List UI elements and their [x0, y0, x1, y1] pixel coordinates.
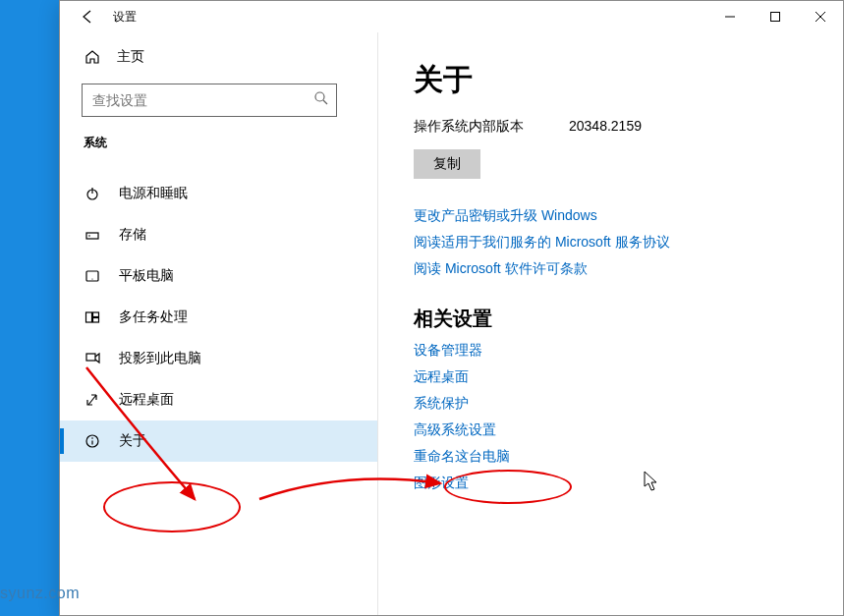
build-value: 20348.2159 — [569, 118, 642, 136]
settings-window: 设置 主页 — [59, 0, 844, 616]
related-link[interactable]: 系统保护 — [414, 395, 808, 413]
sidebar-item-tablet[interactable]: 平板电脑 — [60, 255, 377, 297]
home-label: 主页 — [117, 48, 144, 66]
related-link[interactable]: 远程桌面 — [414, 368, 808, 386]
sidebar-nav-list: 电源和睡眠存储平板电脑多任务处理投影到此电脑远程桌面关于 — [60, 161, 377, 462]
svg-rect-7 — [86, 312, 92, 322]
minimize-button[interactable] — [707, 1, 753, 32]
build-row: 操作系统内部版本 20348.2159 — [414, 118, 808, 136]
home-icon — [84, 48, 101, 66]
power-icon — [84, 185, 101, 202]
close-button[interactable] — [798, 1, 843, 32]
svg-point-12 — [91, 437, 93, 439]
related-links: 设备管理器远程桌面系统保护高级系统设置重命名这台电脑图形设置 — [414, 342, 808, 492]
links-top: 更改产品密钥或升级 Windows阅读适用于我们服务的 Microsoft 服务… — [414, 207, 808, 278]
svg-point-1 — [315, 92, 324, 101]
info-icon — [84, 432, 101, 450]
svg-rect-0 — [771, 13, 780, 22]
search-icon — [313, 90, 329, 110]
main-content: 关于 操作系统内部版本 20348.2159 复制 更改产品密钥或升级 Wind… — [378, 32, 843, 615]
link[interactable]: 阅读 Microsoft 软件许可条款 — [414, 260, 808, 278]
project-icon — [84, 350, 101, 367]
sidebar-item-label: 平板电脑 — [119, 267, 174, 285]
sidebar-item-label: 多任务处理 — [119, 308, 188, 326]
sidebar-item-label: 存储 — [119, 226, 146, 244]
sidebar-item-power[interactable]: 电源和睡眠 — [60, 173, 377, 214]
home-nav[interactable]: 主页 — [60, 40, 377, 74]
related-link[interactable]: 重命名这台电脑 — [414, 448, 808, 466]
page-title: 关于 — [414, 60, 808, 100]
back-button[interactable] — [78, 8, 95, 26]
link[interactable]: 更改产品密钥或升级 Windows — [414, 207, 808, 225]
svg-point-6 — [91, 278, 92, 279]
sidebar-item-info[interactable]: 关于 — [60, 420, 377, 462]
window-title: 设置 — [113, 9, 137, 26]
search-box — [82, 84, 337, 117]
storage-icon — [84, 226, 101, 244]
sidebar-item-label: 投影到此电脑 — [119, 350, 201, 367]
svg-rect-10 — [86, 354, 95, 361]
related-link[interactable]: 图形设置 — [414, 475, 808, 492]
maximize-button[interactable] — [753, 1, 798, 32]
window-controls — [707, 1, 843, 32]
sidebar: 主页 系统 电源和睡眠存储平板电脑多任务处理投影到此电脑远程桌面关于 — [60, 32, 378, 615]
svg-rect-8 — [93, 312, 99, 317]
sidebar-item-label: 关于 — [119, 432, 146, 450]
build-label: 操作系统内部版本 — [414, 118, 524, 136]
multitask-icon — [84, 308, 101, 326]
link[interactable]: 阅读适用于我们服务的 Microsoft 服务协议 — [414, 234, 808, 252]
sidebar-item-project[interactable]: 投影到此电脑 — [60, 338, 377, 379]
remote-icon — [84, 391, 101, 409]
related-link[interactable]: 设备管理器 — [414, 342, 808, 360]
related-settings-heading: 相关设置 — [414, 306, 808, 332]
sidebar-item-label: 远程桌面 — [119, 391, 174, 409]
sidebar-item-remote[interactable]: 远程桌面 — [60, 379, 377, 420]
sidebar-item-storage[interactable]: 存储 — [60, 214, 377, 255]
search-input[interactable] — [82, 84, 337, 117]
copy-button[interactable]: 复制 — [414, 149, 480, 179]
sidebar-item-multitask[interactable]: 多任务处理 — [60, 297, 377, 338]
svg-point-4 — [88, 235, 90, 237]
sidebar-item-label: 电源和睡眠 — [119, 185, 188, 202]
titlebar: 设置 — [60, 1, 843, 32]
related-link[interactable]: 高级系统设置 — [414, 421, 808, 439]
tablet-icon — [84, 267, 101, 285]
sidebar-group-label: 系统 — [60, 131, 377, 161]
svg-rect-9 — [93, 318, 99, 323]
svg-rect-3 — [86, 233, 98, 239]
